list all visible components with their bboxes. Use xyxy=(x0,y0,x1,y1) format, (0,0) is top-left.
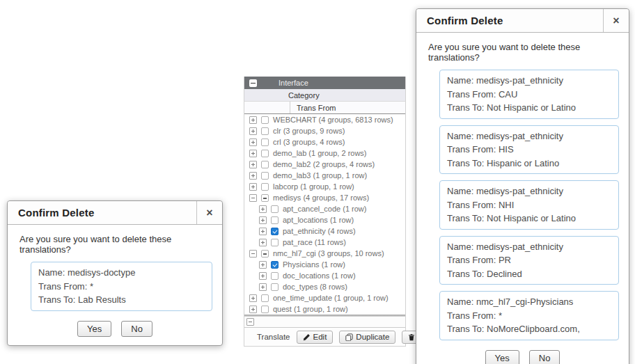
row-checkbox[interactable] xyxy=(261,183,269,191)
row-checkbox[interactable] xyxy=(261,139,269,146)
translation-name: Name: nmc_hl7_cgi-Physicians xyxy=(447,295,611,309)
close-icon[interactable]: × xyxy=(196,201,222,224)
translation-name: Name: medisys-pat_ethnicity xyxy=(447,184,611,198)
row-checkbox[interactable] xyxy=(261,306,269,313)
expand-icon[interactable] xyxy=(259,205,267,213)
tree-row[interactable]: doc_types (8 rows) xyxy=(244,281,405,292)
expand-icon[interactable] xyxy=(249,116,257,124)
translation-item: Name: nmc_hl7_cgi-Physicians Trans From:… xyxy=(439,291,619,340)
expand-icon[interactable] xyxy=(249,306,257,313)
row-checkbox[interactable] xyxy=(271,272,279,280)
tree-row[interactable]: demo_lab2 (2 groups, 4 rows) xyxy=(244,159,405,170)
expand-icon[interactable] xyxy=(259,261,267,269)
expand-icon[interactable] xyxy=(259,228,267,235)
dialog-body: Are you sure you want to delete these tr… xyxy=(8,225,222,345)
tree-row-label: WEBCHART (4 groups, 6813 rows) xyxy=(273,116,393,124)
tree-row[interactable]: pat_ethnicity (4 rows) xyxy=(244,225,405,237)
row-checkbox[interactable] xyxy=(261,250,269,258)
edit-button[interactable]: Edit xyxy=(297,331,334,344)
row-checkbox[interactable] xyxy=(261,127,269,135)
expand-icon[interactable] xyxy=(259,272,267,280)
page: { "colors": { "accent_blue": "#2196f3", … xyxy=(0,0,635,364)
tree-row-label: nmc_hl7_cgi (3 groups, 10 rows) xyxy=(273,249,384,258)
row-checkbox[interactable] xyxy=(261,194,269,202)
collapse-icon[interactable] xyxy=(249,194,257,202)
row-checkbox[interactable] xyxy=(271,283,279,291)
translation-name: Name: medisys-doctype xyxy=(38,266,205,280)
expand-icon[interactable] xyxy=(249,172,257,180)
tab-translate[interactable]: Translate xyxy=(257,333,290,341)
expand-icon[interactable] xyxy=(259,216,267,224)
tree-row[interactable]: nmc_hl7_cgi (3 groups, 10 rows) xyxy=(244,248,405,259)
tree-footer-row xyxy=(244,317,405,328)
tree-row[interactable]: apt_locations (1 row) xyxy=(244,214,405,225)
expand-icon[interactable] xyxy=(249,150,257,157)
row-checkbox[interactable] xyxy=(271,261,279,269)
dialog-body: Are you sure you want to delete these tr… xyxy=(416,33,629,364)
row-checkbox[interactable] xyxy=(271,239,279,246)
row-checkbox[interactable] xyxy=(271,216,279,224)
row-checkbox[interactable] xyxy=(261,294,269,302)
expand-icon[interactable] xyxy=(249,127,257,135)
tree-row[interactable]: medisys (4 groups, 17 rows) xyxy=(244,192,405,203)
tree-row[interactable]: labcorp (1 group, 1 row) xyxy=(244,181,405,192)
pencil-icon xyxy=(303,333,311,341)
tree-row[interactable]: one_time_update (1 group, 1 row) xyxy=(244,292,405,303)
tree-row[interactable]: crl (3 groups, 4 rows) xyxy=(244,136,405,148)
tree-header-bar: Interface xyxy=(244,77,405,89)
expand-icon[interactable] xyxy=(249,294,257,302)
translation-to: Trans To: Hispanic or Latino xyxy=(447,157,611,171)
translation-name: Name: medisys-pat_ethnicity xyxy=(447,74,611,88)
dialog-title: Confirm Delete xyxy=(416,9,603,32)
translation-from: Trans From: NHI xyxy=(447,198,611,212)
tree-row[interactable]: Physicians (1 row) xyxy=(244,259,405,270)
dialog-title: Confirm Delete xyxy=(8,201,196,224)
collapse-icon[interactable] xyxy=(246,318,254,326)
expand-icon[interactable] xyxy=(249,139,257,146)
row-checkbox[interactable] xyxy=(271,205,279,213)
confirm-message: Are you sure you want to delete these tr… xyxy=(423,40,622,64)
tree-row-label: Physicians (1 row) xyxy=(283,260,345,269)
confirm-delete-dialog-right: Confirm Delete × Are you sure you want t… xyxy=(416,8,629,364)
row-checkbox[interactable] xyxy=(261,150,269,157)
tree-row[interactable]: demo_lab (1 group, 2 rows) xyxy=(244,148,405,159)
row-checkbox[interactable] xyxy=(271,228,279,235)
tree-row[interactable]: clr (3 groups, 9 rows) xyxy=(244,125,405,136)
close-icon[interactable]: × xyxy=(603,9,629,32)
no-button[interactable]: No xyxy=(121,321,152,337)
translation-item: Name: medisys-pat_ethnicity Trans From: … xyxy=(439,180,619,230)
tree-row-label: one_time_update (1 group, 1 row) xyxy=(273,294,389,302)
tree-row-label: clr (3 groups, 9 rows) xyxy=(273,127,345,135)
trans-from-header-row: Trans From xyxy=(244,102,405,114)
tree-row[interactable]: pat_race (11 rows) xyxy=(244,237,405,248)
tree-row[interactable]: WEBCHART (4 groups, 6813 rows) xyxy=(244,114,405,125)
row-checkbox[interactable] xyxy=(261,172,269,180)
collapse-icon[interactable] xyxy=(249,250,257,258)
tree-row[interactable]: demo_lab3 (1 group, 1 row) xyxy=(244,170,405,181)
duplicate-button[interactable]: Duplicate xyxy=(339,331,395,344)
collapse-all-icon[interactable] xyxy=(249,79,257,87)
expand-icon[interactable] xyxy=(249,183,257,191)
row-checkbox[interactable] xyxy=(261,161,269,168)
edit-button-label: Edit xyxy=(313,333,327,341)
tree-row-label: doc_locations (1 row) xyxy=(283,271,356,280)
dialog-titlebar: Confirm Delete × xyxy=(416,9,629,33)
yes-button[interactable]: Yes xyxy=(77,321,111,337)
translation-name: Name: medisys-pat_ethnicity xyxy=(447,129,611,143)
row-checkbox[interactable] xyxy=(261,116,269,124)
tree-title: Interface xyxy=(279,79,308,87)
translation-item: Name: medisys-pat_ethnicity Trans From: … xyxy=(439,70,619,119)
tree-row[interactable]: apt_cancel_code (1 row) xyxy=(244,203,405,214)
no-button[interactable]: No xyxy=(529,350,560,364)
category-column-label: Category xyxy=(288,91,320,100)
translation-item-list-right: Name: medisys-pat_ethnicity Trans From: … xyxy=(439,70,619,340)
expand-icon[interactable] xyxy=(249,161,257,168)
expand-icon[interactable] xyxy=(259,283,267,291)
translation-from: Trans From: PR xyxy=(447,253,611,267)
yes-button[interactable]: Yes xyxy=(485,350,519,364)
tree-row[interactable]: doc_locations (1 row) xyxy=(244,270,405,281)
tree-row-label: crl (3 groups, 4 rows) xyxy=(273,138,345,146)
tree-row[interactable]: quest (1 group, 1 row) xyxy=(244,303,405,315)
tree-row-label: apt_cancel_code (1 row) xyxy=(283,205,366,213)
expand-icon[interactable] xyxy=(259,239,267,246)
